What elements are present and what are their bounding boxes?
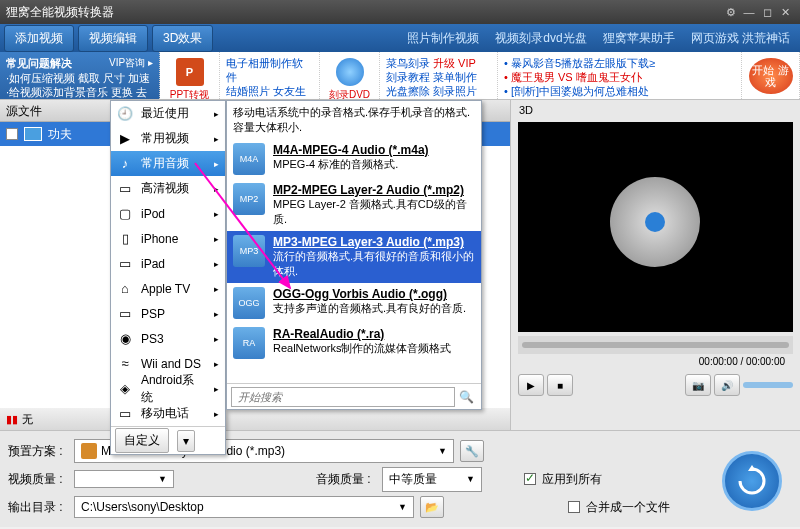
aq-combo[interactable]: 中等质量▼: [382, 467, 482, 492]
ppt-label: PPT转视频: [170, 89, 209, 100]
preset-label: 预置方案 :: [8, 443, 68, 460]
link3-b[interactable]: 刻录教程: [386, 71, 430, 83]
time-display: 00:00:00 / 00:00:00: [518, 354, 793, 370]
category-item-8[interactable]: ▭PSP▸: [111, 301, 225, 326]
category-icon: ▭: [117, 406, 133, 422]
play-button[interactable]: ▶: [518, 374, 544, 396]
links2-column: 电子相册制作软件 结婚照片 女友生日 家人旅游 宝宝照片: [220, 52, 320, 99]
merge-checkbox[interactable]: [568, 501, 580, 513]
stop-icon[interactable]: ▮▮: [6, 413, 18, 426]
apply-all-checkbox[interactable]: [524, 473, 536, 485]
category-item-12[interactable]: ▭移动电话▸: [111, 401, 225, 426]
dvd-icon: [336, 58, 364, 86]
category-icon: ♪: [117, 156, 133, 172]
category-item-0[interactable]: 🕘最近使用▸: [111, 101, 225, 126]
start-game-column[interactable]: 开始 游戏: [742, 52, 800, 99]
category-item-11[interactable]: ◈Android系统▸: [111, 376, 225, 401]
faq-column: 常见问题解决VIP咨询 ▸ ·如何压缩视频 截取 尺寸 加速 ·给视频添加背景音…: [0, 52, 160, 99]
faq-link-1[interactable]: ·如何压缩视频 截取 尺寸 加速: [6, 71, 153, 85]
link4-c[interactable]: • [剖析]中国婆媳为何总难相处: [504, 84, 735, 98]
volume-button[interactable]: 🔊: [714, 374, 740, 396]
preset-settings-button[interactable]: 🔧: [460, 440, 484, 462]
search-icon[interactable]: 🔍: [455, 390, 477, 404]
format-icon: M4A: [233, 143, 265, 175]
format-item-1[interactable]: MP2MP2-MPEG Layer-2 Audio (*.mp2)MPEG La…: [227, 179, 481, 231]
format-item-2[interactable]: MP3MP3-MPEG Layer-3 Audio (*.mp3)流行的音频格式…: [227, 231, 481, 283]
category-icon: ◉: [117, 331, 133, 347]
format-item-3[interactable]: OGGOGG-Ogg Vorbis Audio (*.ogg)支持多声道的音频格…: [227, 283, 481, 323]
faq-link-2[interactable]: ·给视频添加背景音乐 更换 去掉: [6, 85, 153, 100]
faq-header: 常见问题解决: [6, 56, 72, 71]
category-item-9[interactable]: ◉PS3▸: [111, 326, 225, 351]
top-link-game[interactable]: 网页游戏 洪荒神话: [691, 30, 790, 47]
volume-slider[interactable]: [743, 382, 793, 388]
link4-a[interactable]: • 暴风影音5播放器左眼版下载≥: [504, 56, 735, 70]
top-link-apple[interactable]: 狸窝苹果助手: [603, 30, 675, 47]
category-icon: ▭: [117, 306, 133, 322]
minimize-button[interactable]: —: [740, 6, 758, 18]
chevron-right-icon: ▸: [214, 334, 219, 344]
snapshot-button[interactable]: 📷: [685, 374, 711, 396]
apply-all-label: 应用到所有: [542, 471, 602, 488]
none-label: 无: [22, 412, 33, 427]
link3-c[interactable]: 光盘擦除: [386, 85, 430, 97]
category-item-6[interactable]: ▭iPad▸: [111, 251, 225, 276]
vip-link[interactable]: VIP咨询 ▸: [109, 56, 153, 71]
format-search-input[interactable]: [231, 387, 455, 407]
3d-effect-button[interactable]: 3D效果: [152, 25, 213, 52]
link2-b[interactable]: 结婚照片 女友生日: [226, 84, 313, 100]
category-icon: ◈: [117, 381, 133, 397]
link3-b2[interactable]: 菜单制作: [433, 71, 477, 83]
right-pane: 3D 00:00:00 / 00:00:00 ▶ ■ 📷 🔊: [510, 100, 800, 430]
open-folder-button[interactable]: 📂: [420, 496, 444, 518]
format-item-0[interactable]: M4AM4A-MPEG-4 Audio (*.m4a)MPEG-4 标准的音频格…: [227, 139, 481, 179]
source-checkbox[interactable]: [6, 128, 18, 140]
out-combo[interactable]: C:\Users\sony\Desktop▼: [74, 496, 414, 518]
format-item-top[interactable]: 移动电话系统中的录音格式.保存手机录音的格式.容量大体积小.: [227, 101, 481, 139]
out-label: 输出目录 :: [8, 499, 68, 516]
category-item-5[interactable]: ▯iPhone▸: [111, 226, 225, 251]
top-link-burn-dvd[interactable]: 视频刻录dvd光盘: [495, 30, 586, 47]
category-item-1[interactable]: ▶常用视频▸: [111, 126, 225, 151]
category-item-2[interactable]: ♪常用音频▸: [111, 151, 225, 176]
category-icon: ▭: [117, 181, 133, 197]
category-icon: ≈: [117, 356, 133, 372]
chevron-right-icon: ▸: [214, 109, 219, 119]
chevron-right-icon: ▸: [214, 384, 219, 394]
category-icon: ▶: [117, 131, 133, 147]
link2-a[interactable]: 电子相册制作软件: [226, 56, 313, 84]
vq-combo[interactable]: ▼: [74, 470, 174, 488]
out-value: C:\Users\sony\Desktop: [81, 500, 204, 514]
close-button[interactable]: ✕: [776, 6, 794, 19]
link-bar: 常见问题解决VIP咨询 ▸ ·如何压缩视频 截取 尺寸 加速 ·给视频添加背景音…: [0, 52, 800, 100]
link3-a[interactable]: 菜鸟刻录: [386, 57, 430, 69]
chevron-right-icon: ▸: [214, 184, 219, 194]
category-item-4[interactable]: ▢iPod▸: [111, 201, 225, 226]
dvd-column[interactable]: 刻录DVD: [320, 52, 380, 99]
custom-dropdown[interactable]: ▾: [177, 430, 195, 452]
stop-button[interactable]: ■: [547, 374, 573, 396]
add-video-button[interactable]: 添加视频: [4, 25, 74, 52]
settings-icon[interactable]: ⚙: [722, 6, 740, 19]
format-item-4[interactable]: RARA-RealAudio (*.ra)RealNetworks制作的流媒体音…: [227, 323, 481, 363]
progress-bar[interactable]: [518, 336, 793, 354]
top-link-photo-video[interactable]: 照片制作视频: [407, 30, 479, 47]
maximize-button[interactable]: ◻: [758, 6, 776, 19]
custom-button[interactable]: 自定义: [115, 428, 169, 453]
convert-button[interactable]: [722, 451, 782, 511]
merge-label: 合并成一个文件: [586, 499, 670, 516]
video-edit-button[interactable]: 视频编辑: [78, 25, 148, 52]
link3-c2[interactable]: 刻录照片: [433, 85, 477, 97]
ppt-icon: P: [176, 58, 204, 86]
source-name: 功夫: [48, 126, 72, 143]
category-icon: ▭: [117, 256, 133, 272]
video-preview: [518, 122, 793, 332]
format-search-row: 🔍: [227, 383, 481, 409]
category-item-3[interactable]: ▭高清视频▸: [111, 176, 225, 201]
category-icon: ⌂: [117, 281, 133, 297]
ppt-column[interactable]: P PPT转视频: [160, 52, 220, 99]
link4-b[interactable]: • 魔王鬼男 VS 嗜血鬼王女仆: [504, 70, 735, 84]
chevron-right-icon: ▸: [214, 259, 219, 269]
category-item-7[interactable]: ⌂Apple TV▸: [111, 276, 225, 301]
link3-a2[interactable]: 升级 VIP: [433, 57, 476, 69]
